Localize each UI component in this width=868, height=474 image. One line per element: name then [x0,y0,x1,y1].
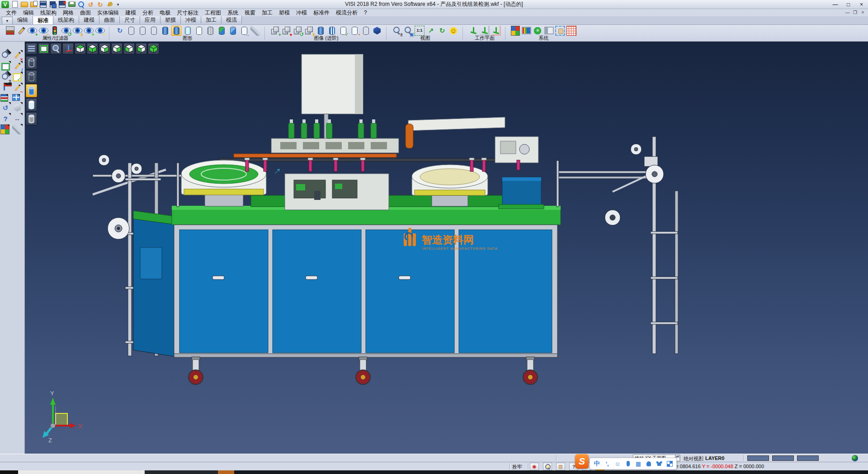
menu-item[interactable]: 实体编辑 [94,9,122,16]
caster-wheels[interactable] [189,357,538,384]
refresh-model-icon[interactable]: ↺ [0,103,10,113]
show-entities-icon[interactable]: + [27,26,37,36]
view-bottom-icon[interactable] [87,43,98,54]
render-translucent-icon[interactable] [26,98,37,111]
wireframe-icon[interactable] [126,26,136,36]
tab-线架构[interactable]: 线架构 [53,16,79,24]
zoom-selected-icon[interactable]: ▣ [403,26,413,36]
render-hidden-line-icon[interactable] [26,70,37,83]
render-shaded-icon[interactable] [26,84,37,97]
workplane-rotate-icon[interactable] [491,26,501,36]
selection-options-icon[interactable] [555,26,565,36]
ucs-axis-icon[interactable] [0,83,10,93]
view-front-icon[interactable] [136,43,147,54]
status-find-icon[interactable] [543,463,552,470]
menu-item[interactable]: 网格 [60,9,77,16]
menu-item[interactable]: 加工 [259,9,276,16]
menu-item[interactable]: 塑模 [276,9,293,16]
zoom-in-icon[interactable]: ± [392,26,402,36]
shaded-dark-icon[interactable] [160,26,170,36]
sogou-logo-icon[interactable]: S [575,454,589,469]
render-smiley-icon[interactable]: ☺ [448,26,458,36]
ime-lang-icon[interactable]: 中 [594,460,600,467]
ime-toolbox-icon[interactable] [666,460,673,467]
taskbar-segment[interactable] [218,470,234,474]
right-reel-tower[interactable] [558,137,678,354]
translucent-icon[interactable] [194,26,204,36]
zoom-solid-icon[interactable]: ± [0,72,10,82]
color-swatch[interactable] [797,455,819,461]
show-all-icon[interactable]: + [84,26,94,36]
shaded-green-icon[interactable] [217,26,226,36]
tabbar-dropdown-icon[interactable]: ▼ [2,17,13,24]
tab-建模[interactable]: 建模 [79,16,99,24]
viewport-menu-icon[interactable] [26,43,37,54]
screen-layout-icon[interactable] [521,26,531,36]
status-record-icon[interactable]: ◉ [530,463,539,470]
dynamic-view-icon[interactable]: ↗ [426,26,436,36]
taskbar-segment[interactable] [145,470,218,474]
status-toolbox-icon[interactable]: ▥ [556,463,565,470]
attributes-edit-icon[interactable] [16,26,26,36]
child-restore-button[interactable]: ❐ [851,9,859,16]
zoom-window-icon[interactable] [0,62,10,71]
hatched-icon[interactable] [205,26,215,36]
taskbar-segment[interactable] [0,470,18,474]
menu-item[interactable]: 曲面 [77,9,94,16]
tab-加工[interactable]: 加工 [201,16,222,24]
help-icon[interactable]: ? [0,114,10,123]
tab-冲模[interactable]: 冲模 [180,16,201,24]
windows-taskbar[interactable] [0,470,868,474]
regenerate-icon[interactable]: ↻ [115,26,125,36]
cad-links-icon[interactable] [566,26,576,36]
refresh-visibility-icon[interactable]: ↺ [61,26,71,36]
window-tiles-icon[interactable] [12,94,20,101]
menu-item[interactable]: 尺寸标注 [174,9,202,16]
solids-refresh-icon[interactable]: ↺ [293,26,303,36]
view-right-icon[interactable] [111,43,123,54]
hidden-line-icon[interactable] [137,26,147,36]
hide-all-icon[interactable]: − [95,26,105,36]
ime-emoji-icon[interactable]: ☺ [614,460,621,467]
child-close-button[interactable]: × [859,9,867,16]
tab-曲面[interactable]: 曲面 [99,16,120,24]
ime-keyboard-icon[interactable]: ▦ [635,460,642,467]
menu-item[interactable]: 建模 [122,9,139,16]
solid-ghost-icon[interactable] [361,26,371,36]
ime-user-icon[interactable] [646,460,652,467]
plot-plane-icon[interactable] [12,124,22,134]
ime-punct-icon[interactable]: ’, [604,460,610,467]
view-iso-icon[interactable] [148,43,159,54]
layer-palette-icon[interactable] [0,94,8,102]
taskbar-segment[interactable] [18,470,145,474]
filter-selection-icon[interactable] [50,26,60,36]
confirm-icon[interactable]: ✓ [12,72,22,82]
invert-visibility-icon[interactable]: ± [72,26,82,36]
solid-check-icon[interactable]: ✓ [338,26,348,36]
lock-toggle[interactable]: 拴牢 [512,464,522,470]
attributes-brush-icon[interactable] [6,26,14,35]
render-wireframe-icon[interactable] [26,56,37,69]
workplane-axis-icon[interactable] [62,43,74,54]
erase-icon[interactable]: × [12,51,22,61]
display-export-icon[interactable]: → [239,26,249,36]
tab-标准[interactable]: 标准 [33,16,53,24]
solids-invert-icon[interactable]: ± [304,26,314,36]
profiles-icon[interactable] [544,26,554,36]
menu-item[interactable]: 标准件 [310,9,333,16]
sketch-icon[interactable]: ( [12,62,22,71]
menu-item[interactable]: 编辑 [20,9,37,16]
render-hatch-icon[interactable] [26,112,37,125]
hide-entities-icon[interactable]: − [38,26,48,36]
minimize-button[interactable]: — [829,0,842,9]
shaded-copy-icon[interactable] [228,26,238,36]
viewport-3d[interactable]: 智造资料网 INTELLIGENT MANUFACTURING DATA Y X [25,42,868,454]
workplane-entity-icon[interactable] [480,26,490,36]
workplane-set-icon[interactable] [468,26,478,36]
green-actuators[interactable] [288,119,377,138]
menu-item[interactable]: ? [361,9,370,16]
zoom-dynamic-icon[interactable] [50,43,61,54]
zoom-window-icon[interactable] [38,43,49,54]
globe-icon[interactable] [852,455,858,461]
refresh-view-icon[interactable]: ↻ [437,26,447,36]
